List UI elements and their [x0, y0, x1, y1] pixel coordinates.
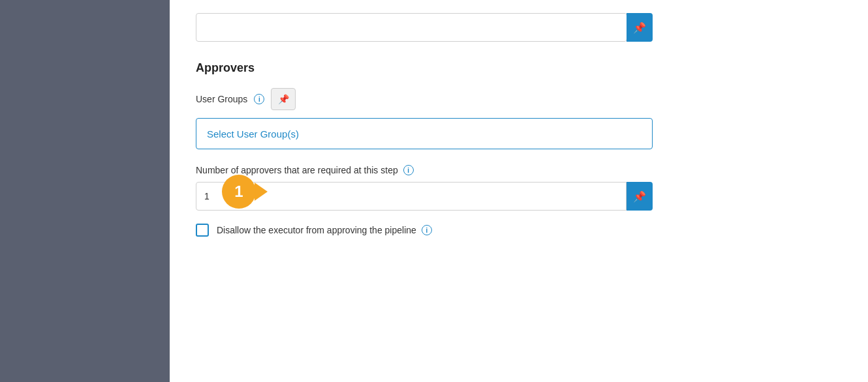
pin-icon: 📌 [633, 22, 646, 34]
approvers-title: Approvers [196, 61, 842, 75]
disallow-checkbox[interactable] [196, 224, 209, 237]
disallow-info-icon[interactable]: i [422, 225, 432, 235]
disallow-checkbox-row: Disallow the executor from approving the… [196, 224, 842, 237]
callout-number: 1 [234, 183, 243, 201]
disallow-label-text: Disallow the executor from approving the… [217, 225, 416, 235]
approvers-count-info-icon[interactable]: i [403, 165, 414, 175]
top-pin-button[interactable]: 📌 [627, 13, 653, 42]
user-groups-label: User Groups [196, 94, 247, 104]
approvers-count-row: Number of approvers that are required at… [196, 165, 842, 211]
top-input-field[interactable] [196, 13, 627, 42]
user-group-select-text: Select User Group(s) [207, 128, 299, 140]
user-group-select[interactable]: Select User Group(s) [196, 118, 653, 149]
callout-arrow [255, 183, 268, 201]
user-groups-pin-button[interactable]: 📌 [271, 88, 296, 110]
approvers-count-pin-button[interactable]: 📌 [627, 182, 653, 211]
disallow-label-row: Disallow the executor from approving the… [217, 225, 432, 235]
top-input-wrapper: 📌 [196, 13, 653, 42]
sidebar [0, 0, 170, 382]
approvers-section: Approvers User Groups i 📌 Select User Gr… [196, 61, 842, 237]
main-content: 📌 Approvers User Groups i 📌 Select User … [170, 0, 868, 382]
callout-tooltip: 1 [222, 175, 268, 209]
user-groups-pin-icon: 📌 [278, 94, 289, 104]
user-groups-info-icon[interactable]: i [254, 94, 264, 104]
approvers-count-label-row: Number of approvers that are required at… [196, 165, 842, 175]
approvers-count-pin-icon: 📌 [633, 190, 646, 203]
callout-circle: 1 [222, 175, 256, 209]
user-groups-field-row: User Groups i 📌 [196, 88, 842, 110]
approvers-count-label-text: Number of approvers that are required at… [196, 165, 398, 175]
